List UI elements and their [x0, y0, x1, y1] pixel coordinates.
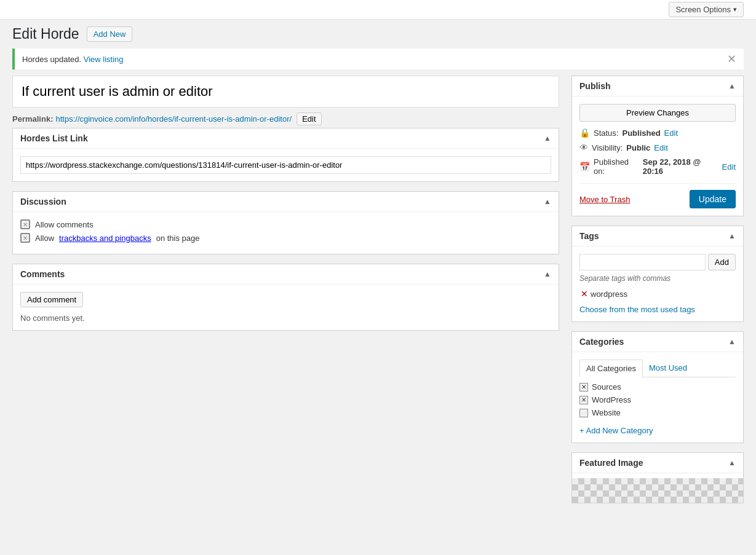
categories-panel: Categories ▲ All Categories Most Used So…: [571, 331, 744, 443]
discussion-panel: Discussion ▲ ✕ Allow comments ✕ Allow tr…: [12, 191, 559, 254]
view-listing-link[interactable]: View listing: [84, 55, 124, 64]
no-comments-text: No comments yet.: [20, 313, 551, 323]
featured-image-panel-header[interactable]: Featured Image ▲: [572, 453, 743, 473]
tags-panel-header[interactable]: Tags ▲: [572, 226, 743, 246]
add-tag-button[interactable]: Add: [708, 254, 736, 270]
tag-name: wordpress: [591, 289, 627, 299]
hordes-list-link-title: Hordes List Link: [20, 133, 88, 143]
choose-tags-link[interactable]: Choose from the most used tags: [579, 305, 736, 314]
tab-most-used[interactable]: Most Used: [643, 360, 693, 377]
category-label-sources: Sources: [592, 382, 621, 392]
status-label: Status:: [594, 128, 618, 138]
categories-panel-body: All Categories Most Used Sources WordPre…: [572, 352, 743, 443]
discussion-panel-header[interactable]: Discussion ▲: [13, 192, 559, 212]
publish-status-row: 🔒 Status: Published Edit: [579, 128, 736, 138]
discussion-panel-body: ✕ Allow comments ✕ Allow trackbacks and …: [13, 212, 559, 254]
categories-collapse-icon: ▲: [728, 337, 736, 346]
visibility-edit-link[interactable]: Edit: [654, 143, 667, 152]
tags-collapse-icon: ▲: [728, 232, 736, 240]
visibility-value: Public: [626, 143, 650, 152]
hordes-list-link-input[interactable]: [20, 156, 551, 174]
post-title-input[interactable]: [12, 76, 559, 108]
visibility-label: Visibility:: [592, 143, 623, 152]
move-to-trash-button[interactable]: Move to Trash: [579, 195, 630, 204]
add-comment-button[interactable]: Add comment: [20, 292, 83, 307]
publish-collapse-icon: ▲: [728, 82, 736, 90]
tag-item: ✕ wordpress: [581, 289, 627, 299]
preview-changes-button[interactable]: Preview Changes: [579, 104, 736, 122]
calendar-icon: 📅: [579, 162, 590, 171]
allow-comments-checkbox[interactable]: ✕: [20, 219, 30, 229]
featured-image-collapse-icon: ▲: [728, 459, 736, 467]
featured-image-panel: Featured Image ▲: [571, 452, 744, 503]
page-header: Edit Horde Add New: [0, 20, 756, 49]
notice-text: Hordes updated. View listing: [22, 55, 124, 64]
add-new-button[interactable]: Add New: [87, 26, 133, 42]
status-edit-link[interactable]: Edit: [664, 128, 678, 138]
add-new-category-link[interactable]: + Add New Category: [579, 426, 736, 435]
status-icon: 🔒: [579, 128, 590, 138]
publish-visibility-row: 👁 Visibility: Public Edit: [579, 143, 736, 152]
allow-trackbacks-item: ✕ Allow trackbacks and pingbacks on this…: [20, 233, 551, 243]
publish-title: Publish: [579, 81, 611, 91]
publish-actions: Move to Trash Update: [579, 183, 736, 208]
trackbacks-link[interactable]: trackbacks and pingbacks: [59, 234, 151, 243]
category-item-sources: Sources: [579, 382, 736, 392]
top-bar: Screen Options: [0, 0, 756, 20]
discussion-collapse-icon: ▲: [544, 197, 551, 206]
publish-panel: Publish ▲ Preview Changes 🔒 Status: Publ…: [571, 76, 744, 216]
content-area: Permalink: https://cginvoice.com/info/ho…: [12, 76, 559, 513]
featured-image-title: Featured Image: [579, 458, 643, 468]
notice-close-button[interactable]: ✕: [727, 53, 736, 65]
category-checkbox-wordpress[interactable]: [579, 396, 588, 404]
category-item-website: Website: [579, 408, 736, 417]
tags-list: ✕ wordpress: [579, 288, 736, 300]
hordes-list-link-collapse-icon: ▲: [544, 134, 551, 143]
allow-comments-label: Allow comments: [35, 220, 94, 229]
tag-hint: Separate tags with commas: [579, 274, 736, 283]
allow-trackbacks-checkbox[interactable]: ✕: [20, 233, 30, 243]
page-title: Edit Horde: [12, 26, 79, 42]
category-tabs: All Categories Most Used: [579, 360, 736, 377]
update-button[interactable]: Update: [690, 190, 736, 208]
tag-remove-icon[interactable]: ✕: [581, 289, 588, 299]
category-list: Sources WordPress Website: [579, 382, 736, 421]
publish-date-row: 📅 Published on: Sep 22, 2018 @ 20:16 Edi…: [579, 157, 736, 176]
sidebar: Publish ▲ Preview Changes 🔒 Status: Publ…: [571, 76, 744, 513]
publish-panel-header[interactable]: Publish ▲: [572, 76, 743, 96]
comments-collapse-icon: ▲: [544, 270, 551, 278]
category-checkbox-website[interactable]: [579, 409, 588, 417]
permalink-edit-button[interactable]: Edit: [296, 112, 321, 125]
hordes-list-link-panel-body: [13, 149, 559, 181]
on-this-page-text: on this page: [156, 234, 200, 243]
tag-input-row: Add: [579, 254, 736, 270]
permalink-row: Permalink: https://cginvoice.com/info/ho…: [12, 108, 559, 128]
permalink-label: Permalink:: [12, 114, 53, 124]
category-label-wordpress: WordPress: [592, 395, 631, 404]
published-label: Published on:: [594, 157, 639, 176]
published-date: Sep 22, 2018 @ 20:16: [643, 157, 718, 176]
comments-panel-header[interactable]: Comments ▲: [13, 264, 559, 285]
allow-comments-item: ✕ Allow comments: [20, 219, 551, 229]
tags-title: Tags: [579, 231, 599, 241]
category-item-wordpress: WordPress: [579, 395, 736, 404]
categories-title: Categories: [579, 337, 624, 347]
category-label-website: Website: [592, 408, 621, 417]
screen-options-button[interactable]: Screen Options: [669, 2, 744, 17]
update-notice: Hordes updated. View listing ✕: [12, 49, 744, 69]
allow-trackbacks-label: Allow: [35, 234, 54, 243]
comments-panel: Comments ▲ Add comment No comments yet.: [12, 264, 559, 331]
tags-panel: Tags ▲ Add Separate tags with commas ✕ w…: [571, 226, 744, 322]
permalink-url[interactable]: https://cginvoice.com/info/hordes/if-cur…: [55, 114, 292, 124]
hordes-list-link-panel-header[interactable]: Hordes List Link ▲: [13, 128, 559, 149]
category-checkbox-sources[interactable]: [579, 383, 588, 392]
published-edit-link[interactable]: Edit: [722, 162, 736, 171]
comments-panel-body: Add comment No comments yet.: [13, 285, 559, 330]
visibility-icon: 👁: [579, 143, 588, 152]
tag-input[interactable]: [579, 254, 706, 270]
categories-panel-header[interactable]: Categories ▲: [572, 332, 743, 352]
tab-all-categories[interactable]: All Categories: [579, 360, 643, 377]
tags-panel-body: Add Separate tags with commas ✕ wordpres…: [572, 246, 743, 321]
discussion-title: Discussion: [20, 197, 66, 207]
comments-title: Comments: [20, 269, 65, 279]
